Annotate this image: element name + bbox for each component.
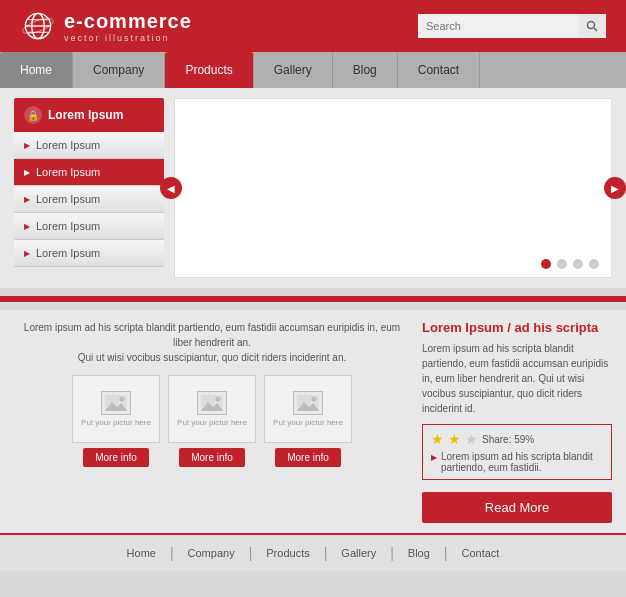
nav-item-company[interactable]: Company — [73, 52, 165, 88]
sidebar-label-5: Lorem Ipsum — [36, 247, 100, 259]
star-2: ★ — [448, 431, 461, 447]
sidebar-item-1[interactable]: ▶ Lorem Ipsum — [14, 132, 164, 159]
slider-wrapper: ◀ ▶ — [174, 98, 612, 278]
nav-item-home[interactable]: Home — [0, 52, 73, 88]
nav-item-blog[interactable]: Blog — [333, 52, 398, 88]
bottom-left: Lorem ipsum ad his scripta blandit parti… — [14, 320, 410, 523]
arrow-icon-3: ▶ — [24, 195, 30, 204]
nav-item-gallery[interactable]: Gallery — [254, 52, 333, 88]
svg-point-6 — [588, 22, 595, 29]
sidebar-item-4[interactable]: ▶ Lorem Ipsum — [14, 213, 164, 240]
slider-content — [174, 98, 612, 278]
nav-item-contact[interactable]: Contact — [398, 52, 480, 88]
product-3-image: Put your pictur here — [264, 375, 352, 443]
search-area — [418, 14, 606, 38]
stars-row: ★ ★ ★ Share: 59% — [431, 431, 603, 447]
arrow-icon-4: ▶ — [24, 222, 30, 231]
dot-2[interactable] — [557, 259, 567, 269]
footer-item-home[interactable]: Home — [113, 547, 170, 559]
product-1: Put your pictur here More info — [72, 375, 160, 467]
product-thumbs: Put your pictur here More info Put your … — [14, 375, 410, 467]
product-2-label: Put your pictur here — [177, 418, 247, 427]
footer-item-contact[interactable]: Contact — [448, 547, 514, 559]
footer-item-gallery[interactable]: Gallery — [327, 547, 390, 559]
svg-point-13 — [216, 397, 221, 402]
product-1-label: Put your pictur here — [81, 418, 151, 427]
rating-box: ★ ★ ★ Share: 59% ▶ Lorem ipsum ad his sc… — [422, 424, 612, 480]
logo-title: e-commerce — [64, 10, 192, 33]
star-1: ★ — [431, 431, 444, 447]
logo-text: e-commerce vector illustration — [64, 10, 192, 43]
bottom-description: Lorem ipsum ad his scripta blandit parti… — [14, 320, 410, 365]
image-placeholder-icon-3 — [293, 391, 323, 415]
slider-arrow-right[interactable]: ▶ — [604, 177, 626, 199]
dot-3[interactable] — [573, 259, 583, 269]
logo-subtitle: vector illustration — [64, 33, 192, 43]
search-icon — [586, 20, 598, 32]
sidebar-item-3[interactable]: ▶ Lorem Ipsum — [14, 186, 164, 213]
lock-icon: 🔒 — [24, 106, 42, 124]
sidebar-item-5[interactable]: ▶ Lorem Ipsum — [14, 240, 164, 267]
more-info-button-1[interactable]: More info — [83, 448, 149, 467]
search-button[interactable] — [578, 14, 606, 38]
sidebar-label-1: Lorem Ipsum — [36, 139, 100, 151]
sidebar: 🔒 Lorem Ipsum ▶ Lorem Ipsum ▶ Lorem Ipsu… — [14, 98, 164, 278]
sidebar-label-2: Lorem Ipsum — [36, 166, 100, 178]
main-content: 🔒 Lorem Ipsum ▶ Lorem Ipsum ▶ Lorem Ipsu… — [0, 88, 626, 288]
star-3: ★ — [465, 431, 478, 447]
arrow-icon-2: ▶ — [24, 168, 30, 177]
image-placeholder-icon-1 — [101, 391, 131, 415]
footer-item-products[interactable]: Products — [252, 547, 323, 559]
sidebar-label-3: Lorem Ipsum — [36, 193, 100, 205]
logo: e-commerce vector illustration — [20, 8, 192, 44]
slider-dots — [541, 259, 599, 269]
header: e-commerce vector illustration — [0, 0, 626, 52]
more-info-button-3[interactable]: More info — [275, 448, 341, 467]
play-icon: ▶ — [431, 453, 437, 462]
review-text: Lorem ipsum ad his scripta blandit parti… — [422, 341, 612, 416]
bottom-section: Lorem ipsum ad his scripta blandit parti… — [0, 310, 626, 533]
section-divider — [0, 296, 626, 302]
product-2-image: Put your pictur here — [168, 375, 256, 443]
navigation: Home Company Products Gallery Blog Conta… — [0, 52, 626, 88]
product-1-image: Put your pictur here — [72, 375, 160, 443]
dot-4[interactable] — [589, 259, 599, 269]
footer: Home | Company | Products | Gallery | Bl… — [0, 533, 626, 571]
sidebar-label-4: Lorem Ipsum — [36, 220, 100, 232]
review-title: Lorem Ipsum / ad his scripta — [422, 320, 612, 335]
rating-comment: ▶ Lorem ipsum ad his scripta blandit par… — [431, 451, 603, 473]
arrow-icon-1: ▶ — [24, 141, 30, 150]
nav-item-products[interactable]: Products — [165, 52, 253, 88]
product-3-label: Put your pictur here — [273, 418, 343, 427]
read-more-button[interactable]: Read More — [422, 492, 612, 523]
slider-arrow-left[interactable]: ◀ — [160, 177, 182, 199]
footer-item-company[interactable]: Company — [174, 547, 249, 559]
product-2: Put your pictur here More info — [168, 375, 256, 467]
image-placeholder-icon-2 — [197, 391, 227, 415]
arrow-icon-5: ▶ — [24, 249, 30, 258]
search-input[interactable] — [418, 14, 578, 38]
globe-icon — [20, 8, 56, 44]
sidebar-header: 🔒 Lorem Ipsum — [14, 98, 164, 132]
comment-text: Lorem ipsum ad his scripta blandit parti… — [441, 451, 603, 473]
sidebar-header-label: Lorem Ipsum — [48, 108, 123, 122]
svg-point-10 — [120, 397, 125, 402]
svg-line-7 — [594, 28, 597, 31]
footer-item-blog[interactable]: Blog — [394, 547, 444, 559]
more-info-button-2[interactable]: More info — [179, 448, 245, 467]
dot-1[interactable] — [541, 259, 551, 269]
product-3: Put your pictur here More info — [264, 375, 352, 467]
sidebar-item-2[interactable]: ▶ Lorem Ipsum — [14, 159, 164, 186]
bottom-right: Lorem Ipsum / ad his scripta Lorem ipsum… — [422, 320, 612, 523]
share-text: Share: 59% — [482, 434, 534, 445]
svg-point-16 — [312, 397, 317, 402]
